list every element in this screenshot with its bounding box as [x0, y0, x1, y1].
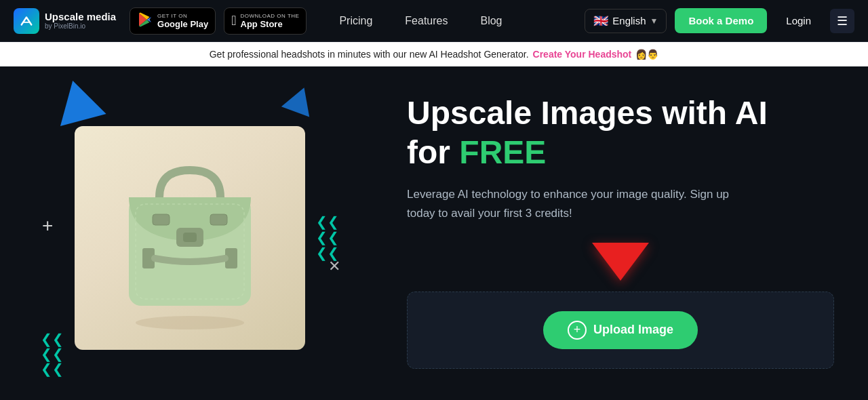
- nav-links: Pricing Features Blog: [323, 0, 518, 42]
- hamburger-icon: ☰: [837, 14, 848, 28]
- navbar: Upscale media by PixelBin.io GET IT ON G…: [0, 0, 868, 42]
- close-decoration: ✕: [328, 258, 340, 275]
- nav-pricing[interactable]: Pricing: [323, 0, 389, 42]
- logo-text: Upscale media by PixelBin.io: [45, 12, 116, 31]
- create-headshot-link[interactable]: Create Your Headshot: [533, 49, 632, 60]
- app-store-badge[interactable]:  Download on the App Store: [224, 7, 307, 35]
- svg-rect-2: [183, 233, 197, 242]
- login-button[interactable]: Login: [775, 8, 822, 33]
- upload-area: + Upload Image: [407, 292, 834, 369]
- left-panel: + ❮❮ ❮❮ ❮❮ ✕ ❮❮ ❮❮ ❮❮: [0, 66, 380, 396]
- svg-point-8: [136, 316, 244, 329]
- google-play-badge[interactable]: GET IT ON Google Play: [130, 7, 216, 35]
- hero-title-line1: Upscale Images with AI: [407, 95, 768, 131]
- main-content: + ❮❮ ❮❮ ❮❮ ✕ ❮❮ ❮❮ ❮❮: [0, 66, 868, 396]
- arrow-down-icon: [592, 243, 649, 281]
- arrow-container: [407, 243, 834, 281]
- plus-decoration: +: [42, 215, 53, 237]
- chevron-down-icon: ▼: [650, 16, 658, 26]
- right-panel: Upscale Images with AI for FREE Leverage…: [380, 66, 868, 396]
- hamburger-menu-button[interactable]: ☰: [830, 9, 854, 33]
- upload-plus-icon: +: [568, 321, 587, 340]
- nav-blog[interactable]: Blog: [464, 0, 518, 42]
- deco-triangle-top-right: [281, 83, 318, 117]
- logo-title: Upscale media: [45, 12, 116, 23]
- bag-image: [75, 126, 305, 350]
- flag-icon: 🇬🇧: [593, 14, 608, 28]
- google-play-text: GET IT ON Google Play: [157, 13, 208, 29]
- bag-illustration: [102, 143, 278, 333]
- upload-image-button[interactable]: + Upload Image: [543, 311, 698, 349]
- logo-icon: [14, 8, 39, 34]
- svg-rect-4: [210, 214, 227, 225]
- svg-rect-3: [153, 214, 170, 225]
- hero-subtitle: Leverage AI technology to enhance your i…: [407, 185, 732, 222]
- deco-arrows-right: ❮❮ ❮❮ ❮❮: [316, 215, 339, 260]
- hero-title: Upscale Images with AI for FREE: [407, 94, 834, 172]
- google-play-icon: [137, 12, 153, 31]
- language-label: English: [612, 15, 646, 26]
- announcement-bar: Get professional headshots in minutes wi…: [0, 42, 868, 66]
- logo-area: Upscale media by PixelBin.io: [14, 8, 116, 34]
- hero-title-free: FREE: [459, 134, 546, 170]
- hero-title-for: for: [407, 134, 459, 170]
- language-selector[interactable]: 🇬🇧 English ▼: [585, 9, 667, 33]
- product-image-frame: [75, 126, 305, 350]
- upload-button-label: Upload Image: [593, 323, 673, 337]
- apple-icon: : [231, 13, 236, 28]
- deco-arrows-left: ❮❮ ❮❮ ❮❮: [41, 332, 64, 376]
- app-store-text: Download on the App Store: [241, 13, 300, 29]
- headshot-emojis: 👩👨: [635, 49, 658, 60]
- announcement-text: Get professional headshots in minutes wi…: [210, 49, 529, 60]
- logo-subtitle: by PixelBin.io: [45, 22, 116, 30]
- deco-triangle-top-left: [50, 75, 106, 126]
- nav-features[interactable]: Features: [389, 0, 464, 42]
- book-demo-button[interactable]: Book a Demo: [675, 8, 767, 33]
